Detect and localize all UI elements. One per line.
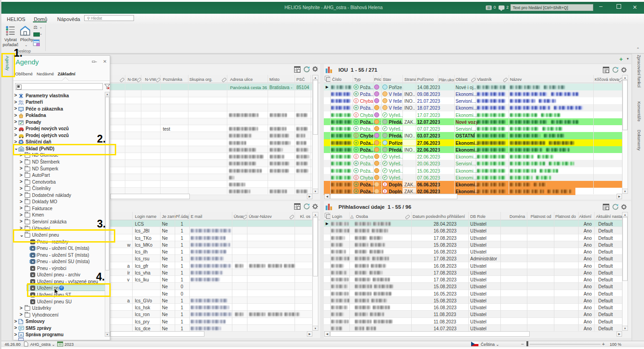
svg-text:A: A — [20, 333, 22, 337]
